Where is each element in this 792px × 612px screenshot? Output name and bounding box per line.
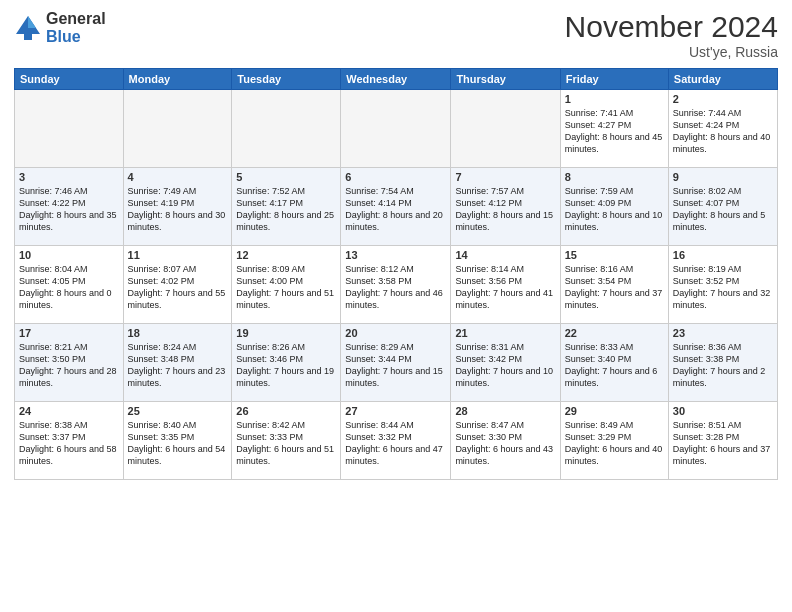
table-row: 15Sunrise: 8:16 AM Sunset: 3:54 PM Dayli… [560,246,668,324]
day-number: 1 [565,93,664,105]
table-row: 21Sunrise: 8:31 AM Sunset: 3:42 PM Dayli… [451,324,560,402]
day-info: Sunrise: 8:51 AM Sunset: 3:28 PM Dayligh… [673,419,773,468]
calendar-week-row: 24Sunrise: 8:38 AM Sunset: 3:37 PM Dayli… [15,402,778,480]
table-row: 2Sunrise: 7:44 AM Sunset: 4:24 PM Daylig… [668,90,777,168]
table-row: 3Sunrise: 7:46 AM Sunset: 4:22 PM Daylig… [15,168,124,246]
calendar-week-row: 10Sunrise: 8:04 AM Sunset: 4:05 PM Dayli… [15,246,778,324]
day-number: 14 [455,249,555,261]
day-info: Sunrise: 8:42 AM Sunset: 3:33 PM Dayligh… [236,419,336,468]
day-number: 5 [236,171,336,183]
header: General Blue November 2024 Ust'ye, Russi… [14,10,778,60]
day-info: Sunrise: 8:47 AM Sunset: 3:30 PM Dayligh… [455,419,555,468]
day-info: Sunrise: 8:14 AM Sunset: 3:56 PM Dayligh… [455,263,555,312]
day-number: 15 [565,249,664,261]
svg-marker-1 [28,16,36,28]
title-block: November 2024 Ust'ye, Russia [565,10,778,60]
day-info: Sunrise: 8:49 AM Sunset: 3:29 PM Dayligh… [565,419,664,468]
table-row: 29Sunrise: 8:49 AM Sunset: 3:29 PM Dayli… [560,402,668,480]
table-row: 17Sunrise: 8:21 AM Sunset: 3:50 PM Dayli… [15,324,124,402]
calendar-table: Sunday Monday Tuesday Wednesday Thursday… [14,68,778,480]
table-row: 13Sunrise: 8:12 AM Sunset: 3:58 PM Dayli… [341,246,451,324]
table-row: 27Sunrise: 8:44 AM Sunset: 3:32 PM Dayli… [341,402,451,480]
day-number: 23 [673,327,773,339]
table-row: 11Sunrise: 8:07 AM Sunset: 4:02 PM Dayli… [123,246,232,324]
day-number: 13 [345,249,446,261]
day-info: Sunrise: 8:21 AM Sunset: 3:50 PM Dayligh… [19,341,119,390]
table-row: 30Sunrise: 8:51 AM Sunset: 3:28 PM Dayli… [668,402,777,480]
day-info: Sunrise: 8:29 AM Sunset: 3:44 PM Dayligh… [345,341,446,390]
logo-text: General Blue [46,10,106,45]
table-row: 18Sunrise: 8:24 AM Sunset: 3:48 PM Dayli… [123,324,232,402]
table-row [232,90,341,168]
day-info: Sunrise: 8:40 AM Sunset: 3:35 PM Dayligh… [128,419,228,468]
day-number: 16 [673,249,773,261]
day-info: Sunrise: 8:26 AM Sunset: 3:46 PM Dayligh… [236,341,336,390]
day-info: Sunrise: 7:57 AM Sunset: 4:12 PM Dayligh… [455,185,555,234]
table-row: 1Sunrise: 7:41 AM Sunset: 4:27 PM Daylig… [560,90,668,168]
table-row: 25Sunrise: 8:40 AM Sunset: 3:35 PM Dayli… [123,402,232,480]
day-info: Sunrise: 7:52 AM Sunset: 4:17 PM Dayligh… [236,185,336,234]
table-row [123,90,232,168]
day-number: 10 [19,249,119,261]
table-row: 23Sunrise: 8:36 AM Sunset: 3:38 PM Dayli… [668,324,777,402]
day-number: 8 [565,171,664,183]
day-info: Sunrise: 8:31 AM Sunset: 3:42 PM Dayligh… [455,341,555,390]
day-number: 11 [128,249,228,261]
logo-general-text: General [46,10,106,28]
header-friday: Friday [560,69,668,90]
day-info: Sunrise: 8:12 AM Sunset: 3:58 PM Dayligh… [345,263,446,312]
calendar-week-row: 3Sunrise: 7:46 AM Sunset: 4:22 PM Daylig… [15,168,778,246]
table-row: 6Sunrise: 7:54 AM Sunset: 4:14 PM Daylig… [341,168,451,246]
day-info: Sunrise: 8:04 AM Sunset: 4:05 PM Dayligh… [19,263,119,312]
table-row: 4Sunrise: 7:49 AM Sunset: 4:19 PM Daylig… [123,168,232,246]
day-number: 4 [128,171,228,183]
calendar-week-row: 1Sunrise: 7:41 AM Sunset: 4:27 PM Daylig… [15,90,778,168]
day-number: 2 [673,93,773,105]
table-row: 12Sunrise: 8:09 AM Sunset: 4:00 PM Dayli… [232,246,341,324]
table-row: 28Sunrise: 8:47 AM Sunset: 3:30 PM Dayli… [451,402,560,480]
day-info: Sunrise: 8:02 AM Sunset: 4:07 PM Dayligh… [673,185,773,234]
day-number: 19 [236,327,336,339]
table-row: 8Sunrise: 7:59 AM Sunset: 4:09 PM Daylig… [560,168,668,246]
day-number: 7 [455,171,555,183]
day-number: 9 [673,171,773,183]
day-number: 22 [565,327,664,339]
day-number: 30 [673,405,773,417]
header-monday: Monday [123,69,232,90]
calendar-week-row: 17Sunrise: 8:21 AM Sunset: 3:50 PM Dayli… [15,324,778,402]
table-row: 5Sunrise: 7:52 AM Sunset: 4:17 PM Daylig… [232,168,341,246]
header-saturday: Saturday [668,69,777,90]
table-row: 20Sunrise: 8:29 AM Sunset: 3:44 PM Dayli… [341,324,451,402]
day-number: 18 [128,327,228,339]
day-info: Sunrise: 7:49 AM Sunset: 4:19 PM Dayligh… [128,185,228,234]
day-number: 29 [565,405,664,417]
day-number: 27 [345,405,446,417]
table-row: 16Sunrise: 8:19 AM Sunset: 3:52 PM Dayli… [668,246,777,324]
day-number: 24 [19,405,119,417]
day-info: Sunrise: 7:54 AM Sunset: 4:14 PM Dayligh… [345,185,446,234]
logo-blue-text: Blue [46,28,106,46]
day-number: 3 [19,171,119,183]
day-info: Sunrise: 7:41 AM Sunset: 4:27 PM Dayligh… [565,107,664,156]
header-thursday: Thursday [451,69,560,90]
calendar-location: Ust'ye, Russia [565,44,778,60]
table-row: 9Sunrise: 8:02 AM Sunset: 4:07 PM Daylig… [668,168,777,246]
header-sunday: Sunday [15,69,124,90]
table-row: 10Sunrise: 8:04 AM Sunset: 4:05 PM Dayli… [15,246,124,324]
logo-icon [14,14,42,42]
day-info: Sunrise: 7:46 AM Sunset: 4:22 PM Dayligh… [19,185,119,234]
day-info: Sunrise: 8:36 AM Sunset: 3:38 PM Dayligh… [673,341,773,390]
table-row [15,90,124,168]
table-row: 26Sunrise: 8:42 AM Sunset: 3:33 PM Dayli… [232,402,341,480]
table-row: 22Sunrise: 8:33 AM Sunset: 3:40 PM Dayli… [560,324,668,402]
day-number: 6 [345,171,446,183]
table-row: 14Sunrise: 8:14 AM Sunset: 3:56 PM Dayli… [451,246,560,324]
header-tuesday: Tuesday [232,69,341,90]
table-row [341,90,451,168]
day-number: 26 [236,405,336,417]
day-info: Sunrise: 8:33 AM Sunset: 3:40 PM Dayligh… [565,341,664,390]
table-row: 19Sunrise: 8:26 AM Sunset: 3:46 PM Dayli… [232,324,341,402]
day-info: Sunrise: 8:19 AM Sunset: 3:52 PM Dayligh… [673,263,773,312]
table-row: 7Sunrise: 7:57 AM Sunset: 4:12 PM Daylig… [451,168,560,246]
day-number: 20 [345,327,446,339]
